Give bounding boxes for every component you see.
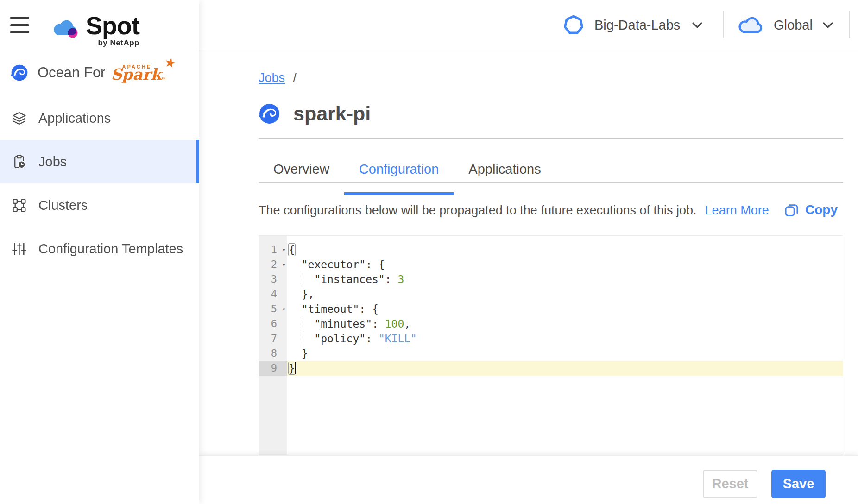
- line-number: 4: [271, 287, 277, 302]
- header-divider: [723, 11, 724, 38]
- gutter-line: 7: [259, 331, 287, 346]
- code-line[interactable]: },: [287, 287, 843, 302]
- chevron-down-icon: [823, 22, 833, 28]
- indent-guide: [302, 316, 302, 331]
- gutter-line: 5▾: [259, 302, 287, 316]
- code-line[interactable]: "minutes": 100,: [287, 316, 843, 331]
- copy-button[interactable]: Copy: [784, 202, 838, 217]
- product-prefix: Ocean For: [38, 64, 105, 81]
- fold-arrow-icon[interactable]: ▾: [282, 257, 286, 272]
- sidebar-item-configuration-templates[interactable]: Configuration Templates: [0, 227, 199, 271]
- apache-spark-logo: APACHE Spark™ ★: [111, 64, 175, 82]
- heptagon-icon: [563, 14, 584, 36]
- indent-guide: [302, 331, 302, 346]
- brand-byline: by NetApp: [98, 38, 139, 48]
- title-divider: [259, 138, 843, 139]
- spot-cloud-logo-icon: [51, 17, 81, 39]
- gutter-line: 9: [259, 361, 287, 376]
- sidebar-item-label: Configuration Templates: [38, 241, 183, 257]
- config-description: The configurations below will be propaga…: [259, 203, 697, 217]
- sidebar-menu: Applications Jobs Clusters: [0, 96, 199, 271]
- gutter-line: 4: [259, 287, 287, 302]
- chevron-down-icon: [692, 22, 702, 28]
- line-number: 6: [271, 316, 277, 331]
- line-number: 5: [271, 302, 277, 316]
- spot-logo: Spot by NetApp: [51, 14, 139, 48]
- fold-arrow-icon[interactable]: ▾: [282, 242, 286, 257]
- tab-bar: Overview Configuration Applications: [259, 155, 843, 183]
- sidebar-item-label: Clusters: [38, 198, 88, 213]
- sliders-icon: [12, 241, 27, 257]
- config-description-row: The configurations below will be propaga…: [259, 203, 843, 224]
- editor-gutter: 1▾2▾345▾6789: [259, 236, 287, 455]
- brand-bar: Spot by NetApp: [10, 14, 139, 48]
- brand-name: Spot: [86, 14, 139, 37]
- sidebar-item-label: Applications: [38, 111, 111, 126]
- gutter-line: 3: [259, 272, 287, 287]
- product-title-ocean-for-spark[interactable]: Ocean For APACHE Spark™ ★: [11, 64, 175, 82]
- region-label: Global: [774, 18, 813, 33]
- header-divider: [849, 11, 850, 38]
- gutter-line: 8: [259, 346, 287, 361]
- code-line[interactable]: "policy": "KILL": [287, 331, 843, 346]
- save-button[interactable]: Save: [771, 470, 826, 498]
- reset-button[interactable]: Reset: [703, 470, 757, 498]
- code-line[interactable]: "instances": 3: [287, 272, 843, 287]
- action-footer: Reset Save: [199, 455, 858, 504]
- gutter-line: 2▾: [259, 257, 287, 272]
- ocean-wave-icon: [11, 64, 28, 82]
- tab-configuration[interactable]: Configuration: [344, 155, 454, 183]
- sidebar-item-clusters[interactable]: Clusters: [0, 183, 199, 227]
- code-line[interactable]: "timeout": {: [287, 302, 843, 316]
- clipboard-clock-icon: [12, 154, 27, 170]
- workspace-label: Big-Data-Labs: [594, 18, 680, 33]
- code-line[interactable]: "executor": {: [287, 257, 843, 272]
- text-cursor: [295, 362, 296, 374]
- tab-overview[interactable]: Overview: [259, 155, 344, 183]
- layers-icon: [12, 111, 27, 126]
- tab-applications[interactable]: Applications: [454, 155, 555, 183]
- spark-star-icon: ★: [163, 56, 177, 71]
- page-title-row: spark-pi: [259, 102, 371, 125]
- ocean-wave-icon: [259, 103, 280, 125]
- cloud-icon: [738, 14, 764, 36]
- gutter-line: 6: [259, 316, 287, 331]
- sidebar-item-jobs[interactable]: Jobs: [0, 140, 199, 183]
- indent-guide: [302, 272, 302, 287]
- copy-icon: [784, 203, 799, 217]
- editor-code[interactable]: { "executor": { "instances": 3 }, "timeo…: [287, 236, 843, 455]
- sidebar-item-label: Jobs: [38, 154, 67, 170]
- breadcrumb-jobs-link[interactable]: Jobs: [259, 71, 285, 85]
- learn-more-link[interactable]: Learn More: [705, 203, 769, 217]
- json-code-editor[interactable]: 1▾2▾345▾6789 { "executor": { "instances"…: [259, 235, 843, 455]
- code-line[interactable]: }: [287, 346, 843, 361]
- main-content: Jobs / spark-pi Overview Configuration A…: [199, 50, 858, 455]
- gutter-line: 1▾: [259, 242, 287, 257]
- breadcrumb-separator: /: [293, 71, 297, 85]
- copy-label: Copy: [805, 202, 838, 217]
- code-line[interactable]: }: [287, 361, 843, 376]
- nodes-icon: [12, 198, 27, 213]
- top-header: Big-Data-Labs Global: [199, 0, 858, 50]
- sidebar-item-applications[interactable]: Applications: [0, 96, 199, 140]
- region-dropdown[interactable]: Global: [738, 14, 833, 36]
- breadcrumb: Jobs /: [259, 71, 297, 85]
- sidebar: Spot by NetApp Ocean For APACHE Spark™ ★…: [0, 0, 199, 504]
- workspace-dropdown[interactable]: Big-Data-Labs: [563, 14, 702, 36]
- tab-underline: [259, 182, 843, 183]
- hamburger-menu-icon[interactable]: [10, 17, 29, 33]
- spark-label: Spark: [111, 65, 161, 83]
- line-number: 1: [271, 242, 277, 257]
- page-title: spark-pi: [293, 102, 371, 125]
- code-line[interactable]: {: [287, 242, 843, 257]
- line-number: 8: [271, 346, 277, 361]
- line-number: 9: [271, 361, 277, 376]
- line-number: 3: [271, 272, 277, 287]
- fold-arrow-icon[interactable]: ▾: [282, 302, 286, 316]
- line-number: 2: [271, 257, 277, 272]
- line-number: 7: [271, 331, 277, 346]
